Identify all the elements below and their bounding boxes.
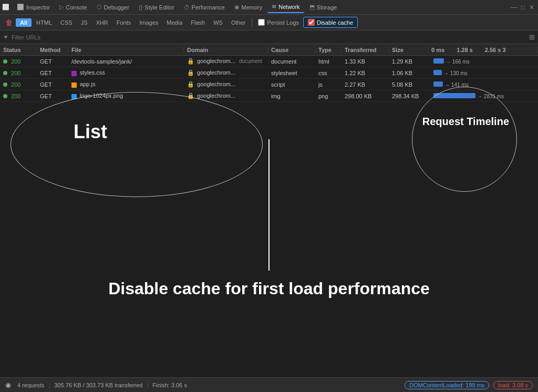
disable-cache-input[interactable] xyxy=(308,19,315,26)
table-row[interactable]: 200 GET app.js 🔒 googlechrom... script j… xyxy=(0,79,538,90)
tab-storage[interactable]: ⬒ Storage xyxy=(305,2,342,13)
col-type: Type xyxy=(315,47,342,53)
maximize-btn[interactable]: □ xyxy=(521,4,525,11)
tab-network[interactable]: ≋ Network xyxy=(267,1,304,13)
status-dot xyxy=(3,94,7,98)
lock-icon: 🔒 xyxy=(187,81,194,87)
filter-images-button[interactable]: Images xyxy=(136,18,162,27)
file-type-icon xyxy=(71,94,77,99)
cell-domain: 🔒 googlechrom... xyxy=(184,69,268,76)
status-icon: ◉ xyxy=(5,381,11,389)
inspector-icon: ⬜ xyxy=(17,4,24,11)
cell-timeline: → 141 ms xyxy=(428,81,538,88)
devtools-tabs: ⬜ ⬜ Inspector ▷ Console ⬡ Debugger {} St… xyxy=(0,0,538,15)
cell-size: 1.29 KB xyxy=(389,58,428,65)
filter-urls-input[interactable] xyxy=(12,34,526,40)
filter-other-button[interactable]: Other xyxy=(227,18,250,27)
main-annotation-text: Disable cache for first load performance xyxy=(0,279,538,298)
cell-type: png xyxy=(315,93,342,99)
cell-file: /devtools-samples/jank/ xyxy=(68,58,184,65)
dom-content-loaded-badge: DOMContentLoaded: 199 ms xyxy=(405,381,489,389)
annotation-area: List Request Timeline Disable cache for … xyxy=(0,87,538,377)
cell-type: html xyxy=(315,58,342,65)
timeline-bar xyxy=(433,81,443,87)
timeline-bar xyxy=(433,70,442,75)
cell-file: styles.css xyxy=(68,69,184,76)
style-editor-icon: {} xyxy=(139,4,142,11)
network-icon: ≋ xyxy=(272,3,276,10)
filter-js-button[interactable]: JS xyxy=(77,18,91,27)
col-method: Method xyxy=(37,47,68,53)
lock-icon: 🔒 xyxy=(187,69,194,76)
cell-timeline: → 166 ms xyxy=(428,58,538,65)
filter-flash-button[interactable]: Flash xyxy=(187,18,209,27)
console-icon: ▷ xyxy=(59,4,64,11)
cell-status: 200 xyxy=(0,58,37,65)
col-timeline: 0 ms 1.28 s 2.56 s 3 xyxy=(428,47,538,53)
transfer-size: 305.76 KB / 303.73 KB transferred xyxy=(54,382,142,388)
cell-transferred: 2.27 KB xyxy=(342,81,389,88)
cell-method: GET xyxy=(37,93,68,99)
col-transferred: Transferred xyxy=(342,47,389,53)
filter-media-button[interactable]: Media xyxy=(163,18,186,27)
cell-size: 5.08 KB xyxy=(389,81,428,88)
tab-performance[interactable]: ⏱ Performance xyxy=(180,2,229,13)
timeline-circle xyxy=(412,87,517,192)
cell-status: 200 xyxy=(0,81,37,88)
filter-ws-button[interactable]: WS xyxy=(210,18,226,27)
filter-html-button[interactable]: HTML xyxy=(33,18,56,27)
tab-console[interactable]: ▷ Console xyxy=(55,2,91,13)
table-row[interactable]: 200 GET styles.css 🔒 googlechrom... styl… xyxy=(0,67,538,79)
filter-all-button[interactable]: All xyxy=(16,18,32,27)
request-count: 4 requests xyxy=(17,382,44,388)
divider-1 xyxy=(252,18,252,27)
cell-domain: 🔒 googlechrom... xyxy=(184,81,268,88)
table-row[interactable]: 200 GET logo-1024px.png 🔒 googlechrom...… xyxy=(0,90,538,102)
tab-inspector[interactable]: ⬜ Inspector xyxy=(13,2,54,13)
disable-cache-checkbox[interactable]: Disable cache xyxy=(303,17,358,28)
cell-cause: img xyxy=(268,93,315,99)
persist-logs-checkbox[interactable]: Persist Logs xyxy=(255,18,302,27)
minimize-btn[interactable]: — xyxy=(511,4,517,11)
storage-icon: ⬒ xyxy=(309,4,315,11)
filter-bar: ▼ ⊞ xyxy=(0,30,538,44)
cell-transferred: 1.33 KB xyxy=(342,58,389,65)
filter-css-button[interactable]: CSS xyxy=(57,18,76,27)
cell-type: js xyxy=(315,81,342,88)
list-label: List xyxy=(74,121,107,143)
table-row[interactable]: 200 GET /devtools-samples/jank/ 🔒 google… xyxy=(0,56,538,67)
vertical-line xyxy=(268,139,270,271)
persist-logs-input[interactable] xyxy=(258,19,265,26)
filter-fonts-button[interactable]: Fonts xyxy=(113,18,135,27)
tab-memory[interactable]: ◉ Memory xyxy=(230,2,267,13)
filter-xhr-button[interactable]: XHR xyxy=(92,18,111,27)
cell-size: 298.34 KB xyxy=(389,93,428,99)
close-btn[interactable]: ✕ xyxy=(529,4,534,11)
cell-status: 200 xyxy=(0,70,37,76)
cell-method: GET xyxy=(37,81,68,88)
cell-status: 200 xyxy=(0,93,37,99)
filter-icon: ▼ xyxy=(3,34,8,40)
debugger-icon: ⬡ xyxy=(97,4,102,11)
load-badge: load: 3.08 s xyxy=(493,381,533,389)
status-dot xyxy=(3,71,7,75)
finish-time: Finish: 3.06 s xyxy=(152,382,187,388)
cell-transferred: 298.00 KB xyxy=(342,93,389,99)
table-header: Status Method File Domain Cause Type Tra… xyxy=(0,44,538,56)
network-toolbar: 🗑 All HTML CSS JS XHR Fonts Images Media… xyxy=(0,15,538,30)
clear-button[interactable]: 🗑 xyxy=(3,17,15,28)
layout-toggle-button[interactable]: ⊞ xyxy=(529,33,535,41)
memory-icon: ◉ xyxy=(234,4,240,11)
list-circle xyxy=(11,92,263,197)
status-bar: ◉ 4 requests | 305.76 KB / 303.73 KB tra… xyxy=(0,377,538,392)
col-domain: Domain xyxy=(184,47,268,53)
tab-debugger[interactable]: ⬡ Debugger xyxy=(92,2,133,13)
cell-cause: script xyxy=(268,81,315,88)
lock-icon: 🔒 xyxy=(187,92,194,99)
cell-method: GET xyxy=(37,70,68,76)
tab-style-editor[interactable]: {} Style Editor xyxy=(134,2,179,13)
table-body: 200 GET /devtools-samples/jank/ 🔒 google… xyxy=(0,56,538,102)
cell-size: 1.06 KB xyxy=(389,70,428,76)
cell-file: app.js xyxy=(68,81,184,87)
cell-timeline: → 2831 ms xyxy=(428,93,538,99)
